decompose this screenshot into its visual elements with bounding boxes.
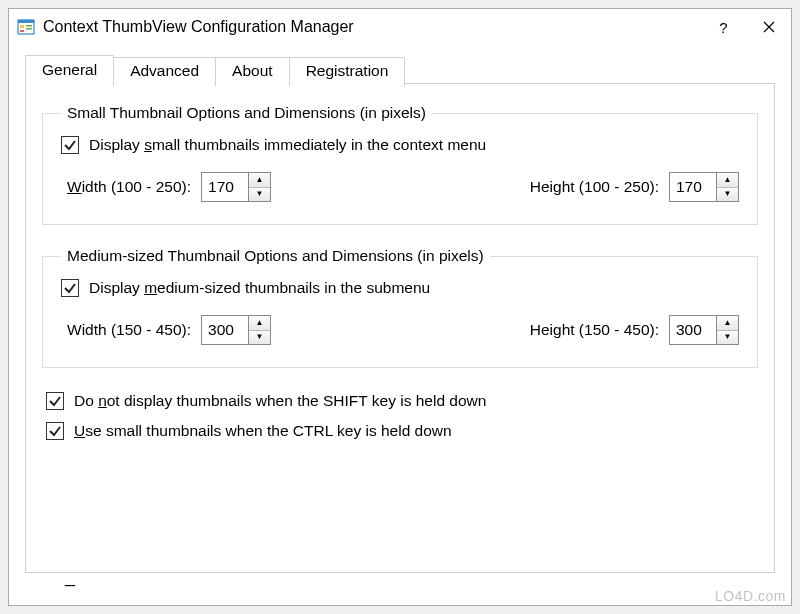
small-height-input[interactable] [669,172,717,202]
medium-width-spinner: ▲ ▼ [249,315,271,345]
spin-up-icon[interactable]: ▲ [249,316,270,331]
medium-height-label: Height (150 - 450): [530,321,659,339]
small-width-input-wrap: ▲ ▼ [201,172,271,202]
spin-down-icon[interactable]: ▼ [717,331,738,345]
dialog-window: Context ThumbView Configuration Manager … [8,8,792,606]
checkbox-icon [61,279,79,297]
medium-height-spinner: ▲ ▼ [717,315,739,345]
small-thumbnail-group: Small Thumbnail Options and Dimensions (… [42,104,758,225]
titlebar: Context ThumbView Configuration Manager … [9,9,791,45]
medium-group-legend: Medium-sized Thumbnail Options and Dimen… [61,247,490,265]
tab-general[interactable]: General [25,55,114,84]
small-height-input-wrap: ▲ ▼ [669,172,739,202]
spin-up-icon[interactable]: ▲ [717,173,738,188]
spin-down-icon[interactable]: ▼ [249,331,270,345]
medium-width-label: Width (150 - 450): [67,321,191,339]
spin-down-icon[interactable]: ▼ [717,188,738,202]
svg-rect-4 [26,28,32,30]
bottom-mark: _ [65,566,75,587]
app-icon [17,18,35,36]
spin-down-icon[interactable]: ▼ [249,188,270,202]
shift-key-checkbox-row[interactable]: Do not display thumbnails when the SHIFT… [46,392,754,410]
checkbox-icon [46,422,64,440]
tab-strip: General Advanced About Registration [25,55,775,84]
medium-height-input[interactable] [669,315,717,345]
small-width-input[interactable] [201,172,249,202]
svg-rect-5 [20,30,24,32]
help-button[interactable]: ? [701,9,746,45]
display-small-checkbox-row[interactable]: Display small thumbnails immediately in … [61,136,739,154]
small-height-spinner: ▲ ▼ [717,172,739,202]
ctrl-key-label: Use small thumbnails when the CTRL key i… [74,422,452,440]
checkbox-icon [61,136,79,154]
tab-advanced[interactable]: Advanced [113,57,216,86]
medium-dims-row: Width (150 - 450): ▲ ▼ Height (150 - 450… [61,315,739,345]
tab-container: General Advanced About Registration Smal… [25,55,775,573]
window-title: Context ThumbView Configuration Manager [43,18,701,36]
medium-height-group: Height (150 - 450): ▲ ▼ [530,315,739,345]
small-height-group: Height (100 - 250): ▲ ▼ [530,172,739,202]
spin-up-icon[interactable]: ▲ [249,173,270,188]
medium-thumbnail-group: Medium-sized Thumbnail Options and Dimen… [42,247,758,368]
medium-height-input-wrap: ▲ ▼ [669,315,739,345]
watermark: LO4D.com [715,588,786,604]
svg-rect-3 [26,25,32,27]
small-width-label: Width (100 - 250): [67,178,191,196]
extra-options: Do not display thumbnails when the SHIFT… [42,390,758,440]
svg-rect-1 [18,20,34,23]
spin-up-icon[interactable]: ▲ [717,316,738,331]
small-width-group: Width (100 - 250): ▲ ▼ [67,172,271,202]
checkbox-icon [46,392,64,410]
medium-width-input-wrap: ▲ ▼ [201,315,271,345]
small-dims-row: Width (100 - 250): ▲ ▼ Height (100 - 250… [61,172,739,202]
display-medium-label: Display medium-sized thumbnails in the s… [89,279,430,297]
tab-registration[interactable]: Registration [289,57,406,86]
shift-key-label: Do not display thumbnails when the SHIFT… [74,392,486,410]
tab-about[interactable]: About [215,57,290,86]
close-button[interactable] [746,9,791,45]
display-small-label: Display small thumbnails immediately in … [89,136,486,154]
medium-width-input[interactable] [201,315,249,345]
tab-panel-general: Small Thumbnail Options and Dimensions (… [25,83,775,573]
display-medium-checkbox-row[interactable]: Display medium-sized thumbnails in the s… [61,279,739,297]
small-height-label: Height (100 - 250): [530,178,659,196]
window-controls: ? [701,9,791,45]
svg-rect-2 [20,25,24,28]
small-width-spinner: ▲ ▼ [249,172,271,202]
ctrl-key-checkbox-row[interactable]: Use small thumbnails when the CTRL key i… [46,422,754,440]
small-group-legend: Small Thumbnail Options and Dimensions (… [61,104,432,122]
medium-width-group: Width (150 - 450): ▲ ▼ [67,315,271,345]
